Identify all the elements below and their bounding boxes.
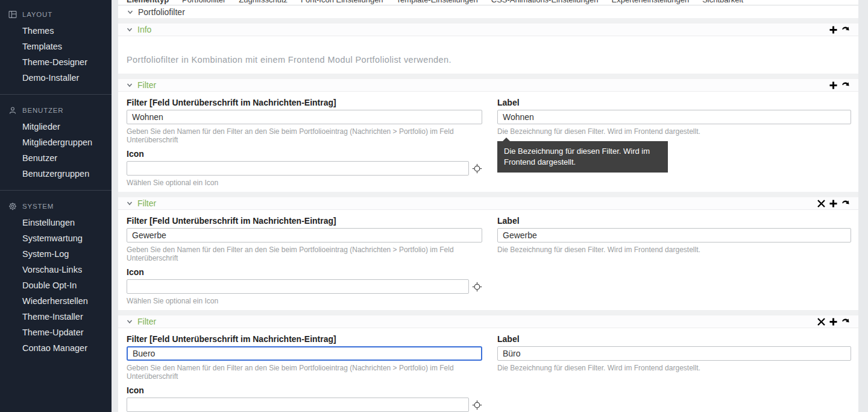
chevron-down-icon[interactable] — [127, 82, 133, 88]
sidebar-item-benutzergruppen[interactable]: Benutzergruppen — [0, 166, 112, 182]
filter-legend[interactable]: Filter — [137, 317, 156, 326]
tab-font-icon-einstellungen[interactable]: Font-Icon Einstellungen — [301, 0, 383, 5]
section-gap — [118, 310, 858, 315]
sidebar-item-mitgliedergruppen[interactable]: Mitgliedergruppen — [0, 135, 112, 150]
add-icon[interactable] — [829, 317, 838, 326]
sidebar-divider — [0, 190, 112, 191]
sidebar-item-double-opt-in[interactable]: Double Opt-In — [0, 277, 112, 293]
info-body: Portfoliofilter in Kombination mit einem… — [118, 36, 858, 74]
section-gap — [118, 18, 858, 24]
sidebar-header-benutzer: BENUTZER — [0, 102, 112, 119]
filter-body: Filter [Feld Unterüberschrift im Nachric… — [118, 92, 858, 192]
icon-field-label: Icon — [127, 385, 482, 395]
filter-body: Filter [Feld Unterüberschrift im Nachric… — [118, 328, 858, 412]
filter-field-help: Geben Sie den Namen für den Filter an de… — [127, 246, 482, 262]
sidebar-item-mitglieder[interactable]: Mitglieder — [0, 119, 112, 135]
section-gap — [118, 192, 858, 197]
filter-section-header: Filter — [118, 315, 858, 328]
label-field-label: Label — [497, 98, 851, 107]
info-section-header: Info — [118, 24, 858, 36]
info-legend[interactable]: Info — [137, 25, 151, 34]
sidebar-group-system: SYSTEM Einstellungen Systemwartung Syste… — [0, 194, 112, 358]
info-section: Info Portfoliofilter in Kombination mit … — [118, 24, 858, 74]
tab-sichtbarkeit[interactable]: Sichtbarkeit — [702, 0, 743, 5]
info-text: Portfoliofilter in Kombination mit einem… — [127, 55, 850, 65]
tab-elementtyp[interactable]: Elementtyp — [127, 0, 169, 5]
icon-field-help: Wählen Sie optional ein Icon — [127, 179, 482, 187]
filter-input[interactable] — [127, 228, 482, 242]
gear-icon — [8, 202, 17, 211]
sidebar-item-systemwartung[interactable]: Systemwartung — [0, 230, 112, 246]
filter-input[interactable] — [127, 110, 482, 124]
filter-field-label: Filter [Feld Unterüberschrift im Nachric… — [127, 334, 482, 344]
label-input[interactable] — [497, 228, 851, 242]
filter-body: Filter [Feld Unterüberschrift im Nachric… — [118, 210, 858, 310]
chevron-down-icon[interactable] — [127, 200, 133, 206]
right-gutter — [858, 0, 868, 412]
sidebar-item-theme-installer[interactable]: Theme-Installer — [0, 309, 112, 325]
label-field-label: Label — [497, 216, 851, 226]
sidebar-item-templates[interactable]: Templates — [0, 39, 112, 54]
label-field-label: Label — [497, 334, 851, 344]
move-icon[interactable] — [841, 81, 850, 90]
icon-picker-icon[interactable] — [472, 163, 482, 174]
icon-input[interactable] — [127, 279, 469, 294]
sidebar-group-label: SYSTEM — [22, 203, 54, 210]
layout-icon — [8, 10, 17, 19]
move-icon[interactable] — [841, 25, 850, 34]
sidebar-item-themes[interactable]: Themes — [0, 23, 112, 39]
icon-field-label: Icon — [127, 149, 482, 159]
sidebar-divider — [0, 94, 112, 95]
add-icon[interactable] — [829, 199, 838, 208]
chevron-down-icon[interactable] — [127, 27, 133, 33]
label-input[interactable] — [497, 110, 851, 124]
filter-section-1: Filter Filter [Feld Unterüberschrift im … — [118, 79, 858, 192]
sidebar-item-theme-updater[interactable]: Theme-Updater — [0, 325, 112, 340]
sidebar-header-layout: LAYOUT — [0, 6, 112, 23]
sidebar-gutter — [112, 0, 118, 412]
move-icon[interactable] — [841, 317, 850, 326]
sidebar-item-benutzer[interactable]: Benutzer — [0, 150, 112, 166]
tab-template-einstellungen[interactable]: Template-Einstellungen — [397, 0, 478, 5]
filter-legend[interactable]: Filter — [137, 80, 156, 90]
sidebar-item-vorschau-links[interactable]: Vorschau-Links — [0, 262, 112, 277]
chevron-down-icon — [127, 9, 133, 15]
icon-field-help: Wählen Sie optional ein Icon — [127, 297, 482, 305]
tab-experteneinstellungen[interactable]: Experteneinstellungen — [612, 0, 690, 5]
filter-input-focused[interactable] — [127, 346, 482, 361]
filter-field-label: Filter [Feld Unterüberschrift im Nachric… — [127, 98, 482, 107]
sidebar-item-system-log[interactable]: System-Log — [0, 246, 112, 262]
chevron-down-icon[interactable] — [127, 319, 133, 325]
sidebar-item-wiederherstellen[interactable]: Wiederherstellen — [0, 293, 112, 309]
filter-section-3: Filter Filter [Feld Unterüberschrift im … — [118, 315, 858, 412]
move-icon[interactable] — [841, 199, 850, 208]
icon-picker-icon[interactable] — [472, 400, 482, 410]
label-field-help: Die Bezeichnung für diesen Filter. Wird … — [497, 364, 851, 372]
fieldset-title: Portfoliofilter — [138, 7, 185, 17]
sidebar-item-contao-manager[interactable]: Contao Manager — [0, 340, 112, 356]
filter-legend[interactable]: Filter — [137, 198, 156, 208]
label-input[interactable] — [497, 346, 851, 361]
sidebar-item-theme-designer[interactable]: Theme-Designer — [0, 54, 112, 70]
label-field-help: Die Bezeichnung für diesen Filter. Wird … — [497, 127, 851, 136]
delete-icon[interactable] — [817, 317, 826, 326]
icon-field-label: Icon — [127, 267, 482, 277]
label-field-help: Die Bezeichnung für diesen Filter. Wird … — [497, 246, 851, 254]
add-icon[interactable] — [829, 81, 838, 90]
sidebar-item-einstellungen[interactable]: Einstellungen — [0, 215, 112, 230]
sidebar-group-benutzer: BENUTZER Mitglieder Mitgliedergruppen Be… — [0, 98, 112, 184]
tab-css-animations-einstellungen[interactable]: CSS-Animations-Einstellungen — [491, 0, 599, 5]
sidebar-item-demo-installer[interactable]: Demo-Installer — [0, 70, 112, 86]
delete-icon[interactable] — [817, 199, 826, 208]
tab-zugriffsschutz[interactable]: Zugriffsschutz — [239, 0, 288, 5]
icon-input[interactable] — [127, 161, 469, 176]
fieldset-portfoliofilter-toggle[interactable]: Portfoliofilter — [118, 5, 858, 18]
sidebar-group-label: LAYOUT — [22, 11, 52, 18]
tab-portfoliofilter[interactable]: Portfoliofilter — [182, 0, 225, 5]
sidebar-group-label: BENUTZER — [22, 107, 63, 114]
add-icon[interactable] — [829, 25, 838, 34]
filter-field-help: Geben Sie den Namen für den Filter an de… — [127, 127, 482, 144]
icon-input[interactable] — [127, 398, 469, 412]
sidebar: LAYOUT Themes Templates Theme-Designer D… — [0, 0, 112, 412]
icon-picker-icon[interactable] — [472, 282, 482, 292]
